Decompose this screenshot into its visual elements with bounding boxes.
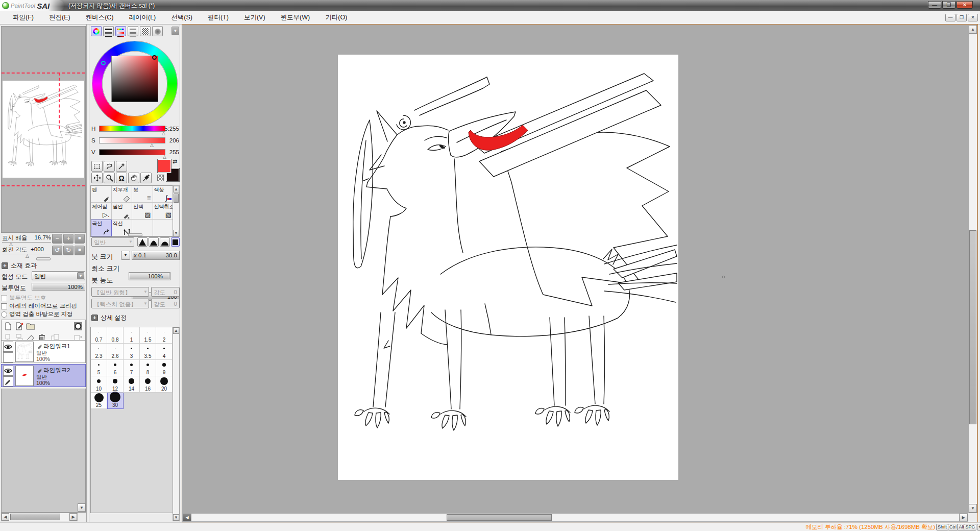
sv-marker[interactable] xyxy=(152,55,157,60)
menu-item-file[interactable]: 파일(F) xyxy=(5,11,41,24)
rotation-slider[interactable]: 회전 각도 +000 △ xyxy=(2,246,51,254)
brush-size-cell[interactable]: 1 xyxy=(124,327,140,344)
scroll-thumb[interactable] xyxy=(969,230,976,424)
brush-size-cell[interactable]: 25 xyxy=(91,393,107,409)
move-mode-icon[interactable]: ✥ xyxy=(977,524,980,530)
scratchpad-toggle[interactable] xyxy=(152,26,163,36)
brush-size-cell[interactable]: 6 xyxy=(107,360,124,376)
scroll-thumb[interactable] xyxy=(10,514,60,520)
menu-item-layer[interactable]: 레이어(L) xyxy=(121,11,164,24)
left-panel-hscrollbar[interactable]: ◀ ▶ xyxy=(1,513,78,521)
mdi-close-button[interactable]: ✕ xyxy=(968,14,978,21)
menu-item-view[interactable]: 보기(V) xyxy=(236,11,273,24)
brush-size-cell[interactable]: 0.7 xyxy=(91,327,107,344)
brush-size-cell[interactable]: 2.6 xyxy=(107,344,124,360)
canvas[interactable] xyxy=(338,55,678,480)
brush-size-slider[interactable]: x 0.1 30.0 xyxy=(132,251,180,260)
tool-grid-scrollbar[interactable]: ▲ ▼ xyxy=(173,185,180,237)
layer-visibility-toggle[interactable] xyxy=(3,342,13,352)
tool-deselect[interactable]: 선택취소▧ xyxy=(153,203,174,220)
brush-size-cell[interactable]: 16 xyxy=(140,376,156,393)
tool-color[interactable]: 색상∫ xyxy=(153,186,174,203)
shift-key-indicator[interactable]: Shift xyxy=(936,524,948,530)
layer-edit-indicator[interactable] xyxy=(3,376,13,387)
blend-mode-dropdown[interactable]: 일반 ▼ xyxy=(32,271,85,280)
s-marker[interactable]: △ xyxy=(150,142,154,148)
scroll-up-arrow[interactable]: ▲ xyxy=(173,186,179,192)
tool-pressure[interactable]: 필압 xyxy=(112,203,133,220)
material-effect-expander[interactable]: + 소재 효과 xyxy=(2,261,37,270)
minimize-button[interactable]: — xyxy=(928,1,941,9)
mdi-minimize-button[interactable]: — xyxy=(945,14,955,21)
canvas-vscrollbar[interactable]: ▲ ▼ xyxy=(968,25,977,513)
brush-size-cell[interactable]: 20 xyxy=(156,376,173,393)
eyedropper-button[interactable] xyxy=(140,173,152,183)
brush-size-cell[interactable]: 0.8 xyxy=(107,327,124,344)
size-unit-dropdown[interactable]: ▼ xyxy=(121,251,130,260)
brush-edge-hard[interactable] xyxy=(137,237,148,247)
tool-edit-point[interactable]: 제어점▷. xyxy=(91,203,112,220)
rgb-slider-toggle[interactable] xyxy=(103,26,114,36)
swatches-toggle[interactable] xyxy=(140,26,151,36)
brush-size-cell[interactable]: 2 xyxy=(156,327,173,344)
h-slider[interactable] xyxy=(99,126,165,132)
layer-row-linework1[interactable]: 라인워크1 일반 100% xyxy=(1,340,86,363)
s-slider[interactable] xyxy=(99,137,165,143)
layer-pin-toggle[interactable] xyxy=(3,352,13,363)
brush-size-cell-selected[interactable]: 30 xyxy=(107,393,124,409)
brush-size-cell[interactable]: 1.5 xyxy=(140,327,156,344)
marquee-tool-button[interactable] xyxy=(91,161,103,172)
zoom-reset-button[interactable]: ■ xyxy=(75,234,85,244)
move-tool-button[interactable] xyxy=(91,173,103,183)
navigator-preview[interactable] xyxy=(1,26,86,233)
menu-item-others[interactable]: 기타(O) xyxy=(317,11,355,24)
lasso-tool-button[interactable] xyxy=(104,161,115,172)
tool-weight[interactable]: 붓≡ xyxy=(132,186,153,203)
grayscale-slider-toggle[interactable] xyxy=(128,26,138,36)
checkbox-icon[interactable] xyxy=(1,303,7,309)
brush-size-cell[interactable]: 4 xyxy=(156,344,173,360)
zoom-slider[interactable]: 표시 배율 16.7% △ xyxy=(2,234,51,243)
layer-name[interactable]: 라인워크2 xyxy=(43,367,70,374)
scroll-up-arrow[interactable]: ▲ xyxy=(969,25,977,34)
layer-visibility-toggle[interactable] xyxy=(3,366,13,376)
new-layer-button[interactable] xyxy=(4,322,13,331)
min-size-slider[interactable]: 100% xyxy=(129,272,170,280)
spc-key-indicator[interactable]: SPC xyxy=(964,524,976,530)
radio-icon[interactable] xyxy=(1,311,7,318)
chevron-down-icon[interactable]: ▼ xyxy=(77,272,84,279)
layer-opacity-slider[interactable]: 100% xyxy=(32,283,85,291)
tool-select[interactable]: 선택▨ xyxy=(132,203,153,220)
color-wheel[interactable] xyxy=(92,41,177,126)
scroll-right-arrow[interactable]: ▶ xyxy=(959,514,968,521)
swap-colors-icon[interactable]: ⇄ xyxy=(173,158,177,165)
expand-plus-icon[interactable]: + xyxy=(2,262,8,269)
tool-eraser[interactable]: 지우개 xyxy=(112,186,133,203)
menu-item-window[interactable]: 윈도우(W) xyxy=(273,11,318,24)
canvas-workspace[interactable] xyxy=(182,25,968,513)
zoom-out-button[interactable]: − xyxy=(52,234,62,244)
brush-size-cell[interactable]: 3.5 xyxy=(140,344,156,360)
region-source-radio[interactable]: 영역 검출 바탕으로 지정 xyxy=(1,310,73,318)
panel-menu-dropdown[interactable]: ▼ xyxy=(172,27,179,35)
scroll-thumb[interactable] xyxy=(447,514,552,521)
magic-wand-button[interactable] xyxy=(116,161,127,172)
hsv-slider-toggle[interactable] xyxy=(115,26,126,36)
panel-splitter[interactable] xyxy=(89,233,181,236)
advanced-settings-expander[interactable]: + 상세 설정 xyxy=(91,313,127,322)
scroll-left-arrow[interactable]: ◀ xyxy=(2,513,9,521)
brush-size-cell[interactable]: 8 xyxy=(140,360,156,376)
scroll-left-arrow[interactable]: ◀ xyxy=(183,514,191,521)
layer-name[interactable]: 라인워크1 xyxy=(43,343,70,350)
layer-row-linework2-selected[interactable]: 라인워크2 일반 100% xyxy=(1,364,86,387)
scroll-up-arrow[interactable]: ▲ xyxy=(173,327,179,334)
brush-edge-square-selected[interactable] xyxy=(171,237,180,247)
new-linework-layer-button[interactable] xyxy=(15,322,24,331)
brush-size-cell[interactable]: 7 xyxy=(124,360,140,376)
brush-size-cell[interactable]: 9 xyxy=(156,360,173,376)
menu-item-edit[interactable]: 편집(E) xyxy=(41,11,78,24)
brush-size-cell[interactable]: 14 xyxy=(124,376,140,393)
expand-plus-icon[interactable]: + xyxy=(91,315,98,321)
scroll-down-arrow[interactable]: ▼ xyxy=(969,504,977,513)
rotate-ccw-button[interactable]: ↺ xyxy=(52,246,62,255)
